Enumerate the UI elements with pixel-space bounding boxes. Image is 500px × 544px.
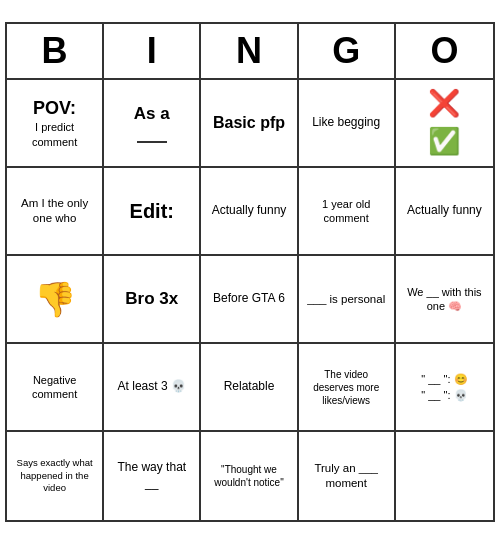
cell-pov-sub: I predict comment <box>12 120 97 149</box>
cell-actually-funny-text: Actually funny <box>407 203 482 219</box>
cell-as-a-text: As a <box>134 103 170 125</box>
bingo-grid: POV: I predict comment As a Basic pfp Li… <box>7 80 493 520</box>
cell-says-exactly: Says exactly what happened in the video <box>7 432 104 520</box>
cell-says-exactly-text: Says exactly what happened in the video <box>12 457 97 494</box>
cell-video-deserves: The video deserves more likes/views <box>299 344 396 432</box>
cell-pov: POV: I predict comment <box>7 80 104 168</box>
letter-i: I <box>104 24 201 78</box>
cell-edit-text: Edit: <box>130 198 174 224</box>
cell-thumbs: 👎 <box>7 256 104 344</box>
letter-g: G <box>299 24 396 78</box>
cell-like-begging: Like begging <box>299 80 396 168</box>
cell-we-with-this-text: We __ with this one 🧠 <box>401 285 488 314</box>
cell-blank-personal: ___ is personal <box>299 256 396 344</box>
cell-relatable: Relatable <box>201 344 298 432</box>
cell-thought-wouldnt-text: "Thought we wouldn't notice" <box>206 463 291 489</box>
cell-at-least-text: At least 3 💀 <box>118 379 186 395</box>
cell-video-deserves-text: The video deserves more likes/views <box>304 368 389 407</box>
letter-n: N <box>201 24 298 78</box>
cell-negative-comment-text: Negative comment <box>12 373 97 402</box>
cell-quotes-icons: " __ ": 😊 " __ ": 💀 <box>396 344 493 432</box>
bingo-card: B I N G O POV: I predict comment As a Ba… <box>5 22 495 522</box>
cell-blank-personal-text: ___ is personal <box>307 292 385 307</box>
cell-1-year: 1 year old comment <box>299 168 396 256</box>
check-icon: ✅ <box>428 125 460 159</box>
cell-like-begging-text: Like begging <box>312 115 380 131</box>
cell-truly-an: Truly an ___ moment <box>299 432 396 520</box>
cell-am-only: Am I the only one who <box>7 168 104 256</box>
cell-am-only-text: Am I the only one who <box>12 196 97 226</box>
cell-basic-pfp: Basic pfp <box>201 80 298 168</box>
cell-the-way-that-text: The way that __ <box>109 460 194 491</box>
thumbs-down-icon: 👎 <box>34 277 76 321</box>
cell-before-gta6: Before GTA 6 <box>201 256 298 344</box>
quotes-skull-line: " __ ": 💀 <box>421 387 467 404</box>
cell-quotes-icons-text: " __ ": 😊 " __ ": 💀 <box>421 371 467 404</box>
letter-b: B <box>7 24 104 78</box>
cell-pov-text: POV: <box>33 97 76 120</box>
cell-before-gta6-text: Before GTA 6 <box>213 291 285 307</box>
cell-bro-3x-text: Bro 3x <box>125 288 178 310</box>
cell-1-year-text: 1 year old comment <box>304 197 389 226</box>
cell-actually-funny: Actually funny <box>396 168 493 256</box>
cell-truly-an-text: Truly an ___ moment <box>304 461 389 491</box>
cell-edit: Edit: <box>104 168 201 256</box>
cell-thought-wouldnt: "Thought we wouldn't notice" <box>201 432 298 520</box>
quotes-smile-line: " __ ": 😊 <box>421 371 467 388</box>
cell-as-a: As a <box>104 80 201 168</box>
cell-actually-funny2-text: Actually funny <box>212 203 287 219</box>
cell-as-a-blank <box>137 125 167 143</box>
cell-relatable-text: Relatable <box>224 379 275 395</box>
cell-cross-check: ❌ ✅ <box>396 80 493 168</box>
cross-icon: ❌ <box>428 87 460 121</box>
letter-o: O <box>396 24 493 78</box>
cell-basic-pfp-text: Basic pfp <box>213 113 285 134</box>
cross-check-icons: ❌ ✅ <box>428 87 460 159</box>
cell-at-least: At least 3 💀 <box>104 344 201 432</box>
cell-actually-funny2: Actually funny <box>201 168 298 256</box>
cell-the-way-that: The way that __ <box>104 432 201 520</box>
bingo-header: B I N G O <box>7 24 493 80</box>
cell-negative-comment: Negative comment <box>7 344 104 432</box>
cell-we-with-this: We __ with this one 🧠 <box>396 256 493 344</box>
cell-bro-3x: Bro 3x <box>104 256 201 344</box>
